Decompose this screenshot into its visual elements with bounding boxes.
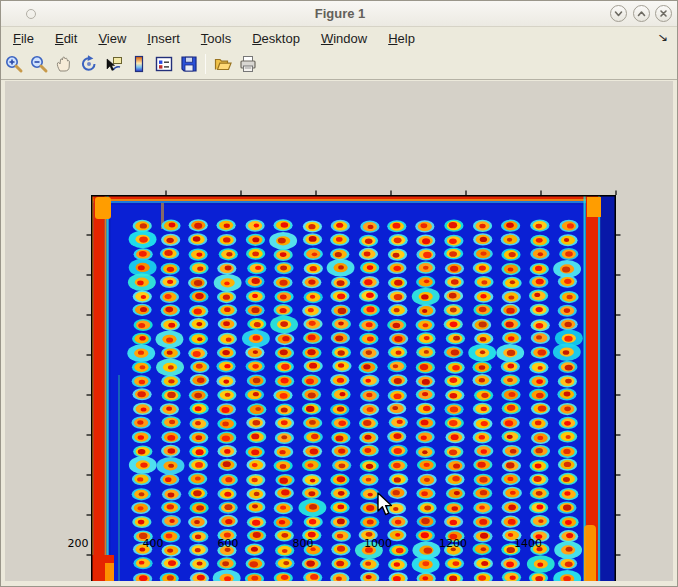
x-tick-label: 600 xyxy=(218,537,239,550)
window-frame-left xyxy=(1,81,5,581)
x-tick-label: 400 xyxy=(143,537,164,550)
rotate-3d-icon[interactable] xyxy=(76,53,101,75)
figure-canvas: 2004006008001000120014001600180020002004… xyxy=(1,81,678,581)
window-frame-right xyxy=(673,81,677,581)
minimize-button[interactable] xyxy=(610,5,627,22)
close-icon xyxy=(658,8,669,19)
plot-axes[interactable] xyxy=(91,195,616,587)
microarray-image[interactable] xyxy=(85,189,622,587)
x-tick-label: 800 xyxy=(293,537,314,550)
x-tick-label: 1000 xyxy=(364,537,392,550)
insert-legend-icon[interactable] xyxy=(151,53,176,75)
figure-toolbar xyxy=(1,49,678,80)
toolbar-separator xyxy=(201,53,210,75)
chevron-down-icon xyxy=(613,8,624,19)
menu-edit[interactable]: Edit xyxy=(47,29,85,48)
figure-window: Figure 1 FileEditViewInsertToolsDesktopW… xyxy=(0,0,678,587)
menu-tools[interactable]: Tools xyxy=(193,29,239,48)
window-title: Figure 1 xyxy=(1,6,678,21)
zoom-in-icon[interactable] xyxy=(1,53,26,75)
menu-file[interactable]: File xyxy=(5,29,42,48)
save-icon[interactable] xyxy=(176,53,201,75)
chevron-up-icon xyxy=(636,8,647,19)
print-icon[interactable] xyxy=(235,53,260,75)
dock-arrow-icon[interactable]: ↘ xyxy=(657,31,668,44)
zoom-out-icon[interactable] xyxy=(26,53,51,75)
close-button[interactable] xyxy=(655,5,672,22)
window-frame-bottom xyxy=(1,581,678,587)
maximize-button[interactable] xyxy=(633,5,650,22)
colorbar-icon[interactable] xyxy=(126,53,151,75)
x-tick-label: 1400 xyxy=(514,537,542,550)
x-tick-label: 1200 xyxy=(439,537,467,550)
pan-icon[interactable] xyxy=(51,53,76,75)
title-bar: Figure 1 xyxy=(1,1,678,27)
menu-desktop[interactable]: Desktop xyxy=(244,29,308,48)
menu-insert[interactable]: Insert xyxy=(139,29,188,48)
data-cursor-icon[interactable] xyxy=(101,53,126,75)
x-tick-label: 200 xyxy=(68,537,89,550)
menu-help[interactable]: Help xyxy=(380,29,423,48)
menu-view[interactable]: View xyxy=(90,29,134,48)
menu-bar: FileEditViewInsertToolsDesktopWindowHelp… xyxy=(1,27,678,49)
menu-window[interactable]: Window xyxy=(313,29,375,48)
open-icon[interactable] xyxy=(210,53,235,75)
